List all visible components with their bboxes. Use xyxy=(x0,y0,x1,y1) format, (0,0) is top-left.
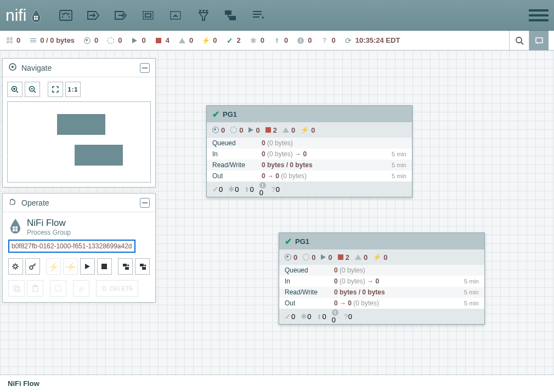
birdseye-pg2 xyxy=(75,145,123,166)
process-group-tool-icon[interactable] xyxy=(137,4,159,26)
locally-modified-stat: ✱0 xyxy=(250,36,264,44)
refresh-stat[interactable]: ⟳10:35:24 EDT xyxy=(344,36,400,44)
remote-group-tool-icon[interactable] xyxy=(165,4,186,26)
birdseye-pg1 xyxy=(57,114,105,135)
disable-button: ⚡ xyxy=(63,258,78,275)
svg-rect-29 xyxy=(15,287,20,292)
collapse-navigate-icon[interactable] xyxy=(140,63,150,73)
operate-header: Operate xyxy=(3,194,155,212)
logo: nifi xyxy=(5,6,44,25)
stop-button[interactable] xyxy=(97,258,112,275)
unknown-stat: ?0 xyxy=(320,36,335,44)
navigate-panel: Navigate 1:1 xyxy=(2,58,156,188)
breadcrumb-root[interactable]: NiFi Flow xyxy=(8,379,39,388)
svg-rect-20 xyxy=(13,229,15,231)
flow-drop-icon xyxy=(8,218,22,234)
svg-rect-17 xyxy=(142,202,148,203)
processor-tool-icon[interactable] xyxy=(55,4,77,26)
collapse-operate-icon[interactable] xyxy=(140,198,150,208)
access-policies-button[interactable] xyxy=(25,258,40,275)
start-button[interactable] xyxy=(80,258,95,275)
breadcrumb[interactable]: NiFi Flow xyxy=(0,374,554,392)
copy-button xyxy=(8,280,25,297)
pg2-header: ✔PG1 xyxy=(279,233,484,249)
flow-type: Process Group xyxy=(27,229,71,236)
configure-button[interactable] xyxy=(8,258,23,275)
svg-rect-2 xyxy=(34,18,36,20)
zoom-in-button[interactable] xyxy=(7,82,22,97)
svg-point-22 xyxy=(14,265,17,268)
create-template-button[interactable] xyxy=(118,258,133,275)
running-stat: 0 xyxy=(131,36,146,44)
svg-rect-24 xyxy=(123,264,127,266)
invalid-stat: 0 xyxy=(178,36,193,44)
output-port-tool-icon[interactable] xyxy=(110,4,132,26)
birdseye-view[interactable] xyxy=(7,101,151,183)
bulletin-button[interactable] xyxy=(529,31,549,50)
process-group-1[interactable]: ✔PG1 0 0 0 2 0 ⚡0 Queued0 (0 bytes) In0 … xyxy=(206,105,412,197)
svg-rect-32 xyxy=(55,286,61,291)
process-group-2[interactable]: ✔PG1 0 0 0 2 0 ⚡0 Queued0 (0 bytes) In0 … xyxy=(279,232,485,325)
group-button xyxy=(50,280,66,297)
search-button[interactable] xyxy=(509,31,529,50)
hand-icon xyxy=(8,197,17,208)
paste-button xyxy=(27,280,43,297)
svg-rect-11 xyxy=(536,38,542,43)
svg-rect-25 xyxy=(125,267,129,270)
navigate-header: Navigate xyxy=(3,59,155,77)
compass-icon xyxy=(8,63,17,73)
svg-rect-28 xyxy=(14,286,18,290)
flow-uuid[interactable]: b0f827fb-0162-1000-f651-13328699a42d xyxy=(8,240,135,253)
template-tool-icon[interactable] xyxy=(219,4,241,26)
status-bar: 0 0 / 0 bytes 0 0 0 4 0 ⚡0 ✓2 ✱0 ⬆0 !0 ?… xyxy=(0,31,554,50)
zoom-out-button[interactable] xyxy=(25,82,40,97)
svg-rect-26 xyxy=(140,264,144,266)
top-toolbar: nifi xyxy=(0,0,554,31)
color-button xyxy=(73,280,89,297)
logo-drop-icon xyxy=(29,8,44,23)
svg-point-13 xyxy=(12,66,14,68)
svg-rect-6 xyxy=(145,14,151,17)
pg2-footer: ✓0 ✱0 ⬆0 !0 ?0 xyxy=(279,309,484,324)
svg-rect-3 xyxy=(36,18,38,20)
svg-rect-21 xyxy=(15,229,18,231)
svg-rect-5 xyxy=(143,12,153,19)
flow-canvas[interactable]: Navigate 1:1 Operate xyxy=(0,50,554,374)
transmitting-stat: 0 xyxy=(83,36,98,44)
stale-stat: ⬆0 xyxy=(273,36,288,44)
global-menu-icon[interactable] xyxy=(529,5,549,25)
stopped-stat: 4 xyxy=(155,36,169,44)
label-tool-icon[interactable] xyxy=(247,4,269,26)
zoom-fit-button[interactable] xyxy=(48,82,63,97)
navigate-title: Navigate xyxy=(21,64,52,72)
pg1-status-row: 0 0 0 2 0 ⚡0 xyxy=(207,122,412,138)
upload-template-button[interactable] xyxy=(135,258,150,275)
not-transmitting-stat: 0 xyxy=(107,36,122,44)
check-icon: ✔ xyxy=(285,236,292,247)
input-port-tool-icon[interactable] xyxy=(82,4,104,26)
operate-title: Operate xyxy=(21,198,49,207)
flow-name: NiFi Flow xyxy=(27,218,71,229)
svg-point-10 xyxy=(516,37,522,43)
check-icon: ✔ xyxy=(212,109,219,120)
pg1-footer: ✓0 ✱0 ⬆0 !0 ?0 xyxy=(207,181,412,197)
sync-failure-stat: !0 xyxy=(297,36,312,44)
svg-rect-4 xyxy=(60,10,72,20)
svg-rect-19 xyxy=(15,226,18,229)
active-threads-stat: 0 xyxy=(5,36,20,44)
uptodate-stat: ✓2 xyxy=(226,36,241,44)
zoom-actual-button[interactable]: 1:1 xyxy=(65,82,81,97)
operate-panel: Operate NiFi Flow Process Group b0f827fb… xyxy=(2,193,156,303)
svg-rect-8 xyxy=(225,10,231,15)
pg1-header: ✔PG1 xyxy=(207,106,412,122)
funnel-tool-icon[interactable] xyxy=(192,4,214,26)
svg-rect-0 xyxy=(34,16,36,18)
enable-button: ⚡ xyxy=(46,258,61,275)
svg-rect-1 xyxy=(36,16,38,18)
svg-rect-14 xyxy=(142,67,148,69)
svg-rect-9 xyxy=(229,16,236,20)
delete-button: DELETE xyxy=(96,280,138,297)
queue-stat: 0 / 0 bytes xyxy=(29,36,75,44)
pg2-status-row: 0 0 0 2 0 ⚡0 xyxy=(279,249,484,265)
svg-rect-18 xyxy=(13,226,15,229)
